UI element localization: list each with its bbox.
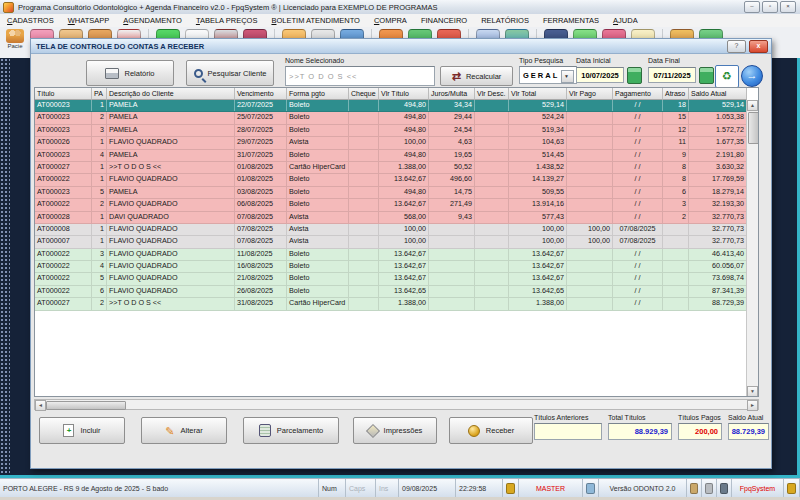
scroll-left-icon[interactable]: ◄ [35, 400, 46, 411]
cell-vlr_titulo: 100,00 [379, 236, 429, 247]
table-row[interactable]: AT0000232PAMELA25/07/2025Boleto494,8029,… [35, 112, 758, 124]
window-title: TELA DE CONTROLE DO CONTAS A RECEBER [31, 42, 727, 51]
table-row[interactable]: AT0000235PAMELA03/08/2025Boleto494,8014,… [35, 187, 758, 199]
vertical-scroll-thumb[interactable] [748, 112, 759, 144]
table-row[interactable]: AT0000231PAMELA22/07/2025Boleto494,8034,… [35, 100, 758, 112]
go-button[interactable]: → [741, 65, 763, 87]
table-row[interactable]: AT0000271>>T O D O S <<01/08/2025Cartão … [35, 162, 758, 174]
menu-ferramentas[interactable]: FERRAMENTAS [536, 16, 606, 25]
menu-relat-rios[interactable]: RELATÓRIOS [474, 16, 536, 25]
horizontal-scroll-thumb[interactable] [46, 401, 126, 410]
cell-forma: Boleto [287, 187, 349, 198]
data-final-input[interactable]: 07/11/2025 [648, 67, 696, 83]
table-row[interactable]: AT0000071FLAVIO QUADRADO07/08/2025Avista… [35, 236, 758, 248]
window-help-button[interactable]: ? [727, 40, 746, 53]
table-row[interactable]: AT0000234PAMELA31/07/2025Boleto494,8019,… [35, 150, 758, 162]
stamp-icon [366, 423, 380, 437]
table-row[interactable]: AT0000223FLAVIO QUADRADO11/08/2025Boleto… [35, 249, 758, 261]
cell-vlr_pago: 100,00 [567, 224, 613, 235]
column-header-vlr_titulo[interactable]: Vlr Título [379, 88, 429, 100]
cell-vencimento: 22/07/2025 [235, 100, 287, 111]
cell-pa: 4 [92, 150, 107, 161]
column-header-atraso[interactable]: Atraso [663, 88, 689, 100]
menu-cadastros[interactable]: CADASTROS [0, 16, 61, 25]
incluir-button[interactable]: + Incluir [39, 417, 125, 444]
tipo-pesquisa-select[interactable]: GERAL ▼ [519, 66, 577, 84]
window-titlebar[interactable]: TELA DE CONTROLE DO CONTAS A RECEBER ? x [31, 39, 771, 54]
calendar-final-icon[interactable] [699, 67, 714, 84]
vertical-scrollbar[interactable]: ▲ ▼ [746, 100, 758, 397]
cell-vlr_total: 14.139,27 [509, 174, 567, 185]
table-row[interactable]: AT0000233PAMELA28/07/2025Boleto494,8024,… [35, 125, 758, 137]
cell-vlr_pago [567, 187, 613, 198]
alterar-button[interactable]: ✎ Alterar [141, 417, 227, 444]
column-header-pagamento[interactable]: Pagamento [613, 88, 663, 100]
column-header-forma[interactable]: Forma pgto [287, 88, 349, 100]
recalcular-button[interactable]: ⇄ Recalcular [440, 66, 513, 86]
restore-icon[interactable]: ▫ [762, 1, 778, 13]
menu-compra[interactable]: COMPRA [367, 16, 414, 25]
monitor-icon [720, 483, 728, 494]
cell-titulo: AT000022 [35, 174, 92, 185]
nome-selecionado-input[interactable]: >>T O D O S << [285, 66, 435, 86]
pesquisar-cliente-button[interactable]: Pesquisar Cliente [186, 60, 274, 86]
table-row[interactable]: AT0000222FLAVIO QUADRADO06/08/2025Boleto… [35, 199, 758, 211]
cell-vlr_desc [475, 224, 509, 235]
relatorio-button[interactable]: Relatório [86, 60, 174, 86]
contas-table: TítuloPADescrição do ClienteVencimentoFo… [34, 87, 759, 397]
column-header-juros_multa[interactable]: Juros/Multa [429, 88, 475, 100]
cell-juros_multa: 14,75 [429, 187, 475, 198]
scroll-down-icon[interactable]: ▼ [747, 386, 758, 397]
table-row[interactable]: AT0000226FLAVIO QUADRADO26/08/2025Boleto… [35, 286, 758, 298]
column-header-vlr_pago[interactable]: Vlr Pago [567, 88, 613, 100]
table-row[interactable]: AT0000224FLAVIO QUADRADO16/08/2025Boleto… [35, 261, 758, 273]
key2-icon [784, 479, 800, 497]
refresh-button[interactable]: ♻ [715, 65, 739, 88]
window-close-button[interactable]: x [749, 40, 768, 53]
menu-ajuda[interactable]: AJUDA [606, 16, 645, 25]
menu-tabela-pre-os[interactable]: TABELA PREÇOS [189, 16, 265, 25]
impressoes-button[interactable]: Impressões [353, 417, 437, 444]
scroll-right-icon[interactable]: ► [747, 400, 758, 411]
cell-vencimento: 25/07/2025 [235, 112, 287, 123]
cell-vlr_pago [567, 125, 613, 136]
table-row[interactable]: AT0000272>>T O D O S <<31/08/2025Cartão … [35, 298, 758, 310]
table-row[interactable]: AT0000225FLAVIO QUADRADO21/08/2025Boleto… [35, 273, 758, 285]
column-header-vencimento[interactable]: Vencimento [235, 88, 287, 100]
column-header-pa[interactable]: PA [92, 88, 107, 100]
cell-vencimento: 31/08/2025 [235, 298, 287, 309]
table-row[interactable]: AT0000221FLAVIO QUADRADO01/08/2025Boleto… [35, 174, 758, 186]
cell-cliente: >>T O D O S << [107, 162, 235, 173]
column-header-saldo[interactable]: Saldo Atual [689, 88, 747, 100]
toolbar-item-pacientes[interactable]: Pacie [0, 27, 30, 49]
minimize-icon[interactable]: – [744, 1, 760, 13]
table-row[interactable]: AT0000261FLAVIO QUADRADO29/07/2025Avista… [35, 137, 758, 149]
menu-boletim-atendimento[interactable]: BOLETIM ATENDIMENTO [264, 16, 367, 25]
menu-financeiro[interactable]: FINANCEIRO [414, 16, 474, 25]
column-header-vlr_total[interactable]: Vlr Total [509, 88, 567, 100]
parcelamento-button[interactable]: Parcelamento [243, 417, 339, 444]
table-row[interactable]: AT0000081FLAVIO QUADRADO07/08/2025Avista… [35, 224, 758, 236]
cell-cliente: >>T O D O S << [107, 298, 235, 309]
cell-cheque [349, 236, 379, 247]
scroll-up-icon[interactable]: ▲ [747, 100, 758, 111]
chevron-down-icon[interactable]: ▼ [561, 70, 574, 83]
cell-pagamento: / / [613, 249, 663, 260]
cell-juros_multa: 50,52 [429, 162, 475, 173]
column-header-cheque[interactable]: Cheque [349, 88, 379, 100]
main-titlebar[interactable]: Programa Consultório Odontológico + Agen… [0, 0, 800, 15]
table-row[interactable]: AT0000281DAVI QUADRADO07/08/2025Avista56… [35, 212, 758, 224]
data-inicial-input[interactable]: 10/07/2025 [576, 67, 624, 83]
cell-vlr_desc [475, 261, 509, 272]
column-header-vlr_desc[interactable]: Vlr Desc. [475, 88, 509, 100]
column-header-titulo[interactable]: Título [35, 88, 92, 100]
receber-button[interactable]: Receber [449, 417, 533, 444]
menu-whatsapp[interactable]: WHATSAPP [61, 16, 117, 25]
horizontal-scrollbar[interactable]: ◄ ► [34, 399, 759, 410]
cell-atraso: 6 [663, 187, 689, 198]
close-icon[interactable]: × [780, 1, 796, 13]
column-header-cliente[interactable]: Descrição do Cliente [107, 88, 235, 100]
menu-agendamento[interactable]: AGENDAMENTO [116, 16, 189, 25]
cell-vlr_total: 1.388,00 [509, 298, 567, 309]
calendar-inicial-icon[interactable] [627, 67, 642, 84]
